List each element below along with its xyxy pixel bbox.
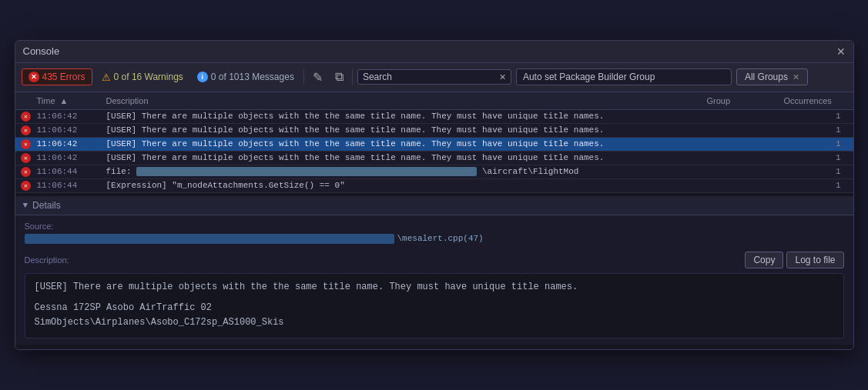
- row-error-icon: ✕: [18, 112, 34, 122]
- pencil-icon: ✎: [313, 70, 323, 85]
- desc-line-1: [USER] There are multiple objects with t…: [35, 280, 834, 295]
- console-window: Console ✕ ✕ 435 Errors ⚠ 0 of 16 Warning…: [15, 40, 854, 351]
- row-description: file: \aircraft\FlightMod: [103, 167, 704, 176]
- warning-icon: ⚠: [102, 72, 111, 83]
- row-time: 11:06:42: [34, 112, 103, 121]
- row-error-icon: ✕: [18, 125, 34, 135]
- source-value: \mesalert.cpp(47): [25, 234, 844, 244]
- file-suffix: \aircraft\FlightMod: [482, 167, 578, 176]
- table-row[interactable]: ✕ 11:06:42 [USER] There are multiple obj…: [15, 138, 853, 152]
- description-row-header: Description: Copy Log to file: [25, 252, 844, 268]
- file-prefix: file:: [106, 167, 137, 176]
- source-path-end: \mesalert.cpp(47): [397, 234, 484, 243]
- desc-line-2: Cessna 172SP Asobo AirTraffic 02: [35, 301, 834, 315]
- group-filter[interactable]: Auto set Package Builder Group: [516, 68, 732, 85]
- log-to-file-button[interactable]: Log to file: [786, 252, 843, 268]
- row-time: 11:06:42: [34, 125, 103, 135]
- row-error-icon: ✕: [18, 181, 34, 191]
- window-title: Console: [23, 45, 60, 57]
- error-icon: ✕: [28, 72, 39, 82]
- toolbar: ✕ 435 Errors ⚠ 0 of 16 Warnings i 0 of 1…: [15, 63, 853, 92]
- row-error-icon: ✕: [18, 153, 34, 163]
- errors-filter-button[interactable]: ✕ 435 Errors: [22, 68, 92, 85]
- row-description: [Expression] "m_nodeAttachments.GetSize(…: [103, 181, 704, 190]
- row-description: [USER] There are multiple objects with t…: [103, 139, 704, 148]
- search-container: ✕: [357, 69, 511, 85]
- table-row[interactable]: ✕ 11:06:44 file: \aircraft\FlightMod 1: [15, 165, 853, 179]
- row-time: 11:06:42: [34, 153, 103, 162]
- description-content: [USER] There are multiple objects with t…: [25, 273, 844, 339]
- title-bar: Console ✕: [15, 41, 853, 63]
- table-row[interactable]: ✕ 11:06:42 [USER] There are multiple obj…: [15, 110, 853, 124]
- row-time: 11:06:42: [34, 139, 103, 148]
- all-groups-label: All Groups: [745, 72, 788, 82]
- row-description: [USER] There are multiple objects with t…: [103, 112, 704, 121]
- separator-1: [303, 69, 304, 85]
- resize-handle[interactable]: [15, 345, 853, 349]
- separator-2: [352, 69, 353, 85]
- col-header-occurrences: Occurrences: [781, 95, 850, 107]
- all-groups-close-icon: ✕: [793, 72, 799, 82]
- details-title: Details: [32, 200, 61, 211]
- copy-icon-button[interactable]: ⧉: [331, 68, 347, 86]
- row-error-icon: ✕: [18, 167, 34, 177]
- messages-label: 0 of 1013 Messages: [211, 72, 294, 82]
- source-path-redacted: [25, 234, 394, 244]
- col-time-label: Time: [37, 96, 55, 105]
- log-table: Time ▲ Description Group Occurrences ✕ 1…: [15, 92, 853, 193]
- row-occurrences: 1: [781, 112, 850, 121]
- details-actions: Copy Log to file: [745, 252, 843, 268]
- row-time: 11:06:44: [34, 167, 103, 176]
- pencil-button[interactable]: ✎: [309, 68, 327, 87]
- redacted-path: [136, 167, 477, 176]
- warnings-label: 0 of 16 Warnings: [114, 72, 183, 82]
- group-filter-label: Auto set Package Builder Group: [523, 72, 655, 82]
- all-groups-button[interactable]: All Groups ✕: [736, 68, 808, 85]
- table-header: Time ▲ Description Group Occurrences: [15, 92, 853, 110]
- row-occurrences: 1: [781, 125, 850, 135]
- details-panel: ▼ Details Source: \mesalert.cpp(47) Desc…: [15, 196, 853, 345]
- col-header-time[interactable]: Time ▲: [34, 95, 103, 107]
- warnings-filter-button[interactable]: ⚠ 0 of 16 Warnings: [97, 69, 188, 85]
- table-row[interactable]: ✕ 11:06:42 [USER] There are multiple obj…: [15, 124, 853, 138]
- info-icon: i: [197, 72, 208, 82]
- table-row[interactable]: ✕ 11:06:44 [Expression] "m_nodeAttachmen…: [15, 179, 853, 193]
- col-header-icon: [18, 95, 34, 107]
- details-body: Source: \mesalert.cpp(47) Description: C…: [15, 215, 853, 345]
- close-button[interactable]: ✕: [836, 45, 846, 58]
- row-description: [USER] There are multiple objects with t…: [103, 153, 704, 162]
- desc-line-3: SimObjects\Airplanes\Asobo_C172sp_AS1000…: [35, 315, 834, 330]
- row-occurrences: 1: [781, 181, 850, 190]
- row-time: 11:06:44: [34, 181, 103, 190]
- details-header[interactable]: ▼ Details: [15, 196, 853, 215]
- search-input[interactable]: [363, 72, 496, 82]
- search-clear-button[interactable]: ✕: [499, 72, 506, 82]
- copy-icon: ⧉: [335, 70, 344, 84]
- details-toggle-icon: ▼: [23, 201, 28, 210]
- col-header-desc: Description: [103, 95, 704, 107]
- row-error-icon: ✕: [18, 139, 34, 149]
- sort-arrow-icon: ▲: [60, 96, 69, 105]
- messages-filter-button[interactable]: i 0 of 1013 Messages: [193, 69, 299, 85]
- description-label: Description:: [25, 255, 69, 265]
- table-row[interactable]: ✕ 11:06:42 [USER] There are multiple obj…: [15, 152, 853, 165]
- row-occurrences: 1: [781, 139, 850, 148]
- errors-label: 435 Errors: [42, 72, 85, 82]
- row-occurrences: 1: [781, 167, 850, 176]
- copy-button[interactable]: Copy: [745, 252, 783, 268]
- source-label: Source:: [25, 222, 844, 231]
- row-description: [USER] There are multiple objects with t…: [103, 125, 704, 135]
- row-occurrences: 1: [781, 153, 850, 162]
- col-header-group: Group: [704, 95, 781, 107]
